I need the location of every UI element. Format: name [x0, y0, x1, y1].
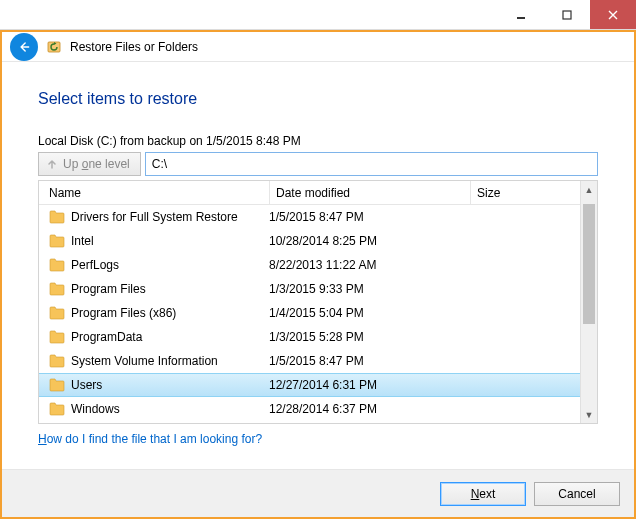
folder-icon	[49, 402, 65, 416]
column-headers[interactable]: Name Date modified Size	[39, 181, 597, 205]
cell-name: Intel	[49, 234, 269, 248]
cell-name: Program Files (x86)	[49, 306, 269, 320]
column-date[interactable]: Date modified	[276, 186, 470, 200]
help-link[interactable]: How do I find the file that I am looking…	[38, 432, 598, 446]
next-button[interactable]: Next	[440, 482, 526, 506]
item-name: Program Files (x86)	[71, 306, 176, 320]
folder-icon	[49, 378, 65, 392]
item-name: Users	[71, 378, 102, 392]
scroll-track[interactable]	[581, 198, 597, 406]
cell-date: 1/5/2015 8:47 PM	[269, 210, 463, 224]
content-area: Select items to restore Local Disk (C:) …	[2, 62, 634, 469]
item-name: Windows	[71, 402, 120, 416]
minimize-button[interactable]	[498, 0, 544, 29]
column-size[interactable]: Size	[477, 186, 579, 200]
item-name: PerfLogs	[71, 258, 119, 272]
wizard-frame: Restore Files or Folders Select items to…	[0, 30, 636, 519]
page-heading: Select items to restore	[38, 90, 598, 108]
file-list: Name Date modified Size Drivers for Full…	[38, 180, 598, 424]
item-name: ProgramData	[71, 330, 142, 344]
scroll-up-arrow-icon[interactable]: ▲	[581, 181, 597, 198]
arrow-up-icon	[45, 157, 59, 171]
folder-icon	[49, 330, 65, 344]
table-row[interactable]: PerfLogs8/22/2013 11:22 AM	[39, 253, 597, 277]
svg-rect-0	[517, 17, 525, 19]
file-rows: Drivers for Full System Restore1/5/2015 …	[39, 205, 597, 423]
path-row: Up one level	[38, 152, 598, 176]
folder-icon	[49, 306, 65, 320]
folder-icon	[49, 258, 65, 272]
folder-icon	[49, 210, 65, 224]
restore-app-icon	[46, 39, 62, 55]
scroll-thumb[interactable]	[583, 204, 595, 324]
cell-name: Program Files	[49, 282, 269, 296]
cell-name: Windows	[49, 402, 269, 416]
folder-icon	[49, 282, 65, 296]
vertical-scrollbar[interactable]: ▲ ▼	[580, 181, 597, 423]
table-row[interactable]: Program Files (x86)1/4/2015 5:04 PM	[39, 301, 597, 325]
wizard-header: Restore Files or Folders	[2, 32, 634, 62]
cancel-button[interactable]: Cancel	[534, 482, 620, 506]
wizard-title: Restore Files or Folders	[70, 40, 198, 54]
cell-name: Users	[49, 378, 269, 392]
cell-name: Drivers for Full System Restore	[49, 210, 269, 224]
svg-rect-1	[563, 11, 571, 19]
item-name: Drivers for Full System Restore	[71, 210, 238, 224]
close-button[interactable]	[590, 0, 636, 29]
cell-date: 8/22/2013 11:22 AM	[269, 258, 463, 272]
up-one-level-button[interactable]: Up one level	[38, 152, 141, 176]
folder-icon	[49, 234, 65, 248]
arrow-left-icon	[17, 40, 31, 54]
table-row[interactable]: Drivers for Full System Restore1/5/2015 …	[39, 205, 597, 229]
cell-date: 1/3/2015 5:28 PM	[269, 330, 463, 344]
cell-date: 1/3/2015 9:33 PM	[269, 282, 463, 296]
cell-name: ProgramData	[49, 330, 269, 344]
item-name: System Volume Information	[71, 354, 218, 368]
footer: Next Cancel	[2, 469, 634, 517]
maximize-button[interactable]	[544, 0, 590, 29]
table-row[interactable]: ProgramData1/3/2015 5:28 PM	[39, 325, 597, 349]
back-button[interactable]	[10, 33, 38, 61]
column-name[interactable]: Name	[49, 186, 269, 200]
backup-subtitle: Local Disk (C:) from backup on 1/5/2015 …	[38, 134, 598, 148]
cell-date: 1/4/2015 5:04 PM	[269, 306, 463, 320]
wizard-inner: Restore Files or Folders Select items to…	[1, 31, 635, 518]
table-row[interactable]: Windows12/28/2014 6:37 PM	[39, 397, 597, 421]
cell-name: System Volume Information	[49, 354, 269, 368]
path-input[interactable]	[145, 152, 598, 176]
cell-date: 12/28/2014 6:37 PM	[269, 402, 463, 416]
up-button-label: Up one level	[63, 157, 130, 171]
item-name: Program Files	[71, 282, 146, 296]
table-row[interactable]: Users12/27/2014 6:31 PM	[39, 373, 597, 397]
table-row[interactable]: System Volume Information1/5/2015 8:47 P…	[39, 349, 597, 373]
item-name: Intel	[71, 234, 94, 248]
cell-date: 10/28/2014 8:25 PM	[269, 234, 463, 248]
folder-icon	[49, 354, 65, 368]
table-row[interactable]: Program Files1/3/2015 9:33 PM	[39, 277, 597, 301]
table-row[interactable]: Intel10/28/2014 8:25 PM	[39, 229, 597, 253]
titlebar	[0, 0, 636, 30]
scroll-down-arrow-icon[interactable]: ▼	[581, 406, 597, 423]
cell-name: PerfLogs	[49, 258, 269, 272]
cell-date: 1/5/2015 8:47 PM	[269, 354, 463, 368]
cell-date: 12/27/2014 6:31 PM	[269, 378, 463, 392]
